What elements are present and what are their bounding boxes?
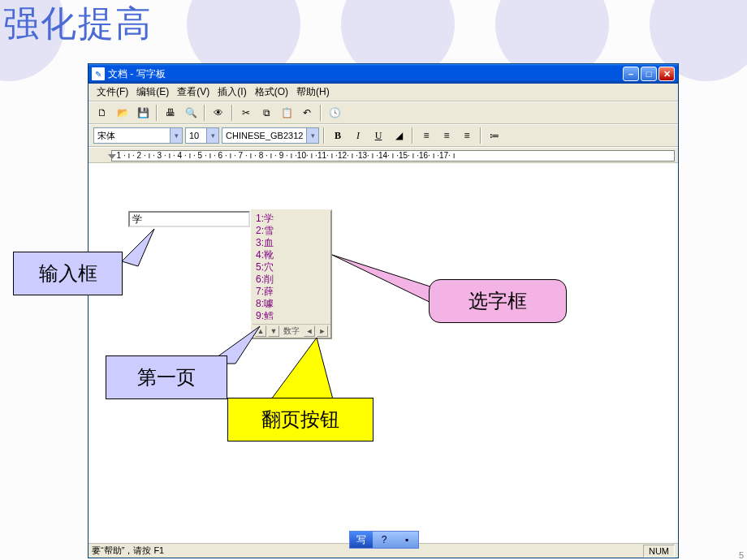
callout-input-box: 输入框	[13, 252, 123, 295]
copy-button[interactable]: ⧉	[257, 104, 275, 122]
menu-format[interactable]: 格式(O)	[252, 84, 291, 101]
menu-file[interactable]: 文件(F)	[93, 84, 132, 101]
status-help: 要“帮助”，请按 F1	[92, 545, 164, 557]
print-button[interactable]: 🖶	[162, 104, 179, 122]
color-button[interactable]: ◢	[390, 127, 408, 144]
page-down-button[interactable]: ▼	[268, 325, 279, 337]
candidate-4[interactable]: 4:靴	[256, 249, 327, 261]
italic-button[interactable]: I	[349, 127, 367, 144]
candidate-5[interactable]: 5:穴	[256, 261, 327, 274]
candidate-3[interactable]: 3:血	[256, 237, 327, 249]
chevron-down-icon[interactable]: ▾	[206, 128, 218, 143]
underline-button[interactable]: U	[369, 127, 387, 144]
format-toolbar: 宋体▾ 10▾ CHINESE_GB2312▾ B I U ◢ ≡ ≡ ≡ ≔	[89, 124, 678, 147]
align-center-button[interactable]: ≡	[438, 127, 456, 144]
candidate-9[interactable]: 9:鳕	[256, 310, 327, 322]
align-right-button[interactable]: ≡	[458, 127, 476, 144]
paste-button[interactable]: 📋	[278, 104, 296, 122]
open-button[interactable]: 📂	[114, 104, 132, 122]
status-num: NUM	[643, 545, 675, 558]
undo-button[interactable]: ↶	[298, 104, 316, 122]
datetime-button[interactable]: 🕓	[326, 104, 343, 122]
font-select[interactable]: 宋体▾	[93, 127, 183, 144]
menu-edit[interactable]: 编辑(E)	[133, 84, 172, 101]
wordpad-window: ✎ 文档 - 写字板 – □ ✕ 文件(F) 编辑(E) 查看(V) 插入(I)…	[88, 63, 679, 558]
titlebar[interactable]: ✎ 文档 - 写字板 – □ ✕	[89, 64, 678, 84]
ruler-tab-icon[interactable]	[108, 154, 116, 159]
lang-item-2[interactable]: ?	[373, 532, 395, 548]
cut-button[interactable]: ✂	[237, 104, 255, 122]
chevron-down-icon[interactable]: ▾	[306, 128, 318, 143]
menu-insert[interactable]: 插入(I)	[214, 84, 249, 101]
lang-item-1[interactable]: 写	[350, 532, 373, 548]
ruler-scale: · 1 · ı · 2 · ı · 3 · ı · 4 · ı · 5 · ı …	[111, 150, 675, 162]
candidate-1[interactable]: 1:学	[256, 213, 327, 225]
menu-help[interactable]: 帮助(H)	[293, 84, 333, 101]
save-button[interactable]: 💾	[134, 104, 152, 122]
window-title: 文档 - 写字板	[108, 67, 623, 81]
size-select[interactable]: 10▾	[185, 127, 219, 144]
candidate-2[interactable]: 2:雪	[256, 225, 327, 237]
bold-button[interactable]: B	[329, 127, 347, 144]
bullets-button[interactable]: ≔	[486, 127, 503, 144]
candidate-8[interactable]: 8:噱	[256, 298, 327, 310]
callout-pager-buttons: 翻页按钮	[227, 398, 374, 442]
ime-candidate-window[interactable]: 1:学 2:雪 3:血 4:靴 5:穴 6:削 7:薛 8:噱 9:鳕 ▲▼ 数…	[251, 209, 332, 339]
svg-marker-2	[332, 255, 438, 305]
lang-item-3[interactable]: ▪	[395, 532, 418, 548]
close-button[interactable]: ✕	[658, 67, 675, 81]
ime-input-box[interactable]: 学	[128, 211, 250, 227]
ruler[interactable]: · 1 · ı · 2 · ı · 3 · ı · 4 · ı · 5 · ı …	[89, 147, 678, 163]
language-bar[interactable]: 写 ? ▪	[349, 531, 419, 549]
app-icon: ✎	[92, 67, 105, 80]
candidate-7[interactable]: 7:薛	[256, 286, 327, 298]
align-left-button[interactable]: ≡	[417, 127, 435, 144]
slide-title: 强化提高	[3, 0, 153, 48]
preview-button[interactable]: 🔍	[182, 104, 200, 122]
page-right-button[interactable]: ►	[317, 325, 328, 337]
script-select[interactable]: CHINESE_GB2312▾	[222, 127, 319, 144]
chevron-down-icon[interactable]: ▾	[170, 128, 182, 143]
svg-marker-3	[271, 338, 333, 399]
standard-toolbar: 🗋 📂 💾 🖶 🔍 👁 ✂ ⧉ 📋 ↶ 🕓	[89, 101, 678, 124]
menu-view[interactable]: 查看(V)	[174, 84, 213, 101]
svg-marker-0	[122, 229, 154, 266]
maximize-button[interactable]: □	[641, 67, 657, 81]
new-button[interactable]: 🗋	[93, 104, 111, 122]
candidate-6[interactable]: 6:削	[256, 274, 327, 286]
slide-number: 5	[739, 550, 744, 560]
menubar: 文件(F) 编辑(E) 查看(V) 插入(I) 格式(O) 帮助(H)	[89, 84, 678, 101]
callout-page1: 第一页	[106, 355, 227, 399]
callout-select-box: 选字框	[429, 279, 567, 323]
candidate-mode-label: 数字	[283, 325, 300, 337]
page-left-button[interactable]: ◄	[304, 325, 315, 337]
find-button[interactable]: 👁	[209, 104, 227, 122]
minimize-button[interactable]: –	[623, 67, 639, 81]
